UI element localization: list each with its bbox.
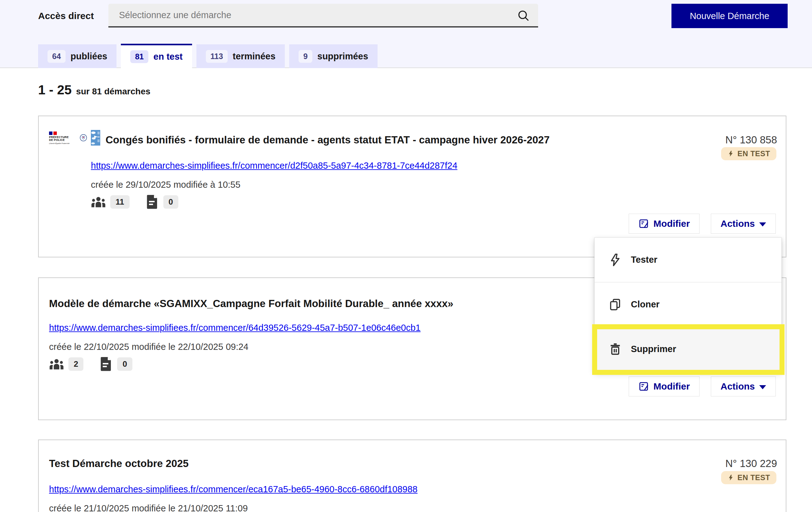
campaign-poster-image [91,130,100,146]
results-range: 1 - 25 [38,83,71,97]
tab-en-test-count: 81 [130,50,148,63]
tab-publiees-count: 64 [48,50,65,63]
crest-logo [80,134,87,142]
demarche-logos: PRÉFECTURE DE POLICE Liberté Égalité Fra… [49,129,100,147]
demarche-counters: 2 0 [49,357,133,371]
demarche-title[interactable]: Test Démarche octobre 2025 [49,458,188,470]
acces-direct-label: Accès direct [38,10,94,21]
actions-button[interactable]: Actions [711,214,776,234]
demarche-url[interactable]: https://www.demarches-simplifiees.fr/com… [91,161,458,171]
modifier-button[interactable]: Modifier [629,376,700,396]
modifier-button[interactable]: Modifier [629,214,700,234]
demarche-dates: créée le 22/10/2025 modifiée le 22/10/20… [49,342,249,352]
trash-icon [608,342,622,356]
demarche-card-1: PRÉFECTURE DE POLICE Liberté Égalité Fra… [38,116,786,257]
menu-item-cloner[interactable]: Cloner [594,282,781,327]
tab-publiees[interactable]: 64 publiées [38,45,116,68]
files-icon [99,357,113,371]
nouvelle-demarche-button[interactable]: Nouvelle Démarche [671,4,788,28]
results-summary: 1 - 25 sur 81 démarches [38,83,150,97]
prefecture-de-police-logo: PRÉFECTURE DE POLICE Liberté Égalité Fra… [49,132,76,144]
demarche-title[interactable]: Modèle de démarche «SGAMIXX_Campagne For… [49,298,454,310]
tab-supprimees[interactable]: 9 supprimées [289,45,378,68]
status-tabs: 64 publiées 81 en test 113 terminées 9 s… [38,44,378,68]
lightning-bolt-icon [608,253,622,267]
demarches-admin-page: Accès direct Nouvelle Démarche 64 publié… [0,0,812,512]
users-icon [49,357,64,371]
copy-icon [608,298,622,311]
tab-terminees[interactable]: 113 terminées [197,45,285,68]
top-bar: Accès direct Nouvelle Démarche 64 publié… [0,0,812,68]
demarche-dates: créée le 21/10/2025 modifiée le 21/10/20… [49,503,248,512]
users-count-badge: 11 [110,195,129,209]
edit-box-icon [638,381,649,392]
files-count-badge: 0 [163,195,178,209]
edit-box-icon [638,218,649,229]
chevron-down-icon [759,222,766,226]
results-total: sur 81 démarches [76,87,150,96]
demarche-card-3: Test Démarche octobre 2025 N° 130 229 EN… [38,439,786,512]
card-buttons: Modifier Actions [629,376,776,396]
search-icon[interactable] [517,9,530,22]
french-flag-icon [49,132,76,135]
status-badge: EN TEST [721,147,776,160]
tab-supprimees-label: supprimées [317,51,368,61]
users-icon [91,195,106,209]
card-buttons: Modifier Actions [629,214,776,234]
status-badge: EN TEST [721,471,776,484]
demarche-url[interactable]: https://www.demarches-simplifiees.fr/com… [49,323,421,333]
files-count-badge: 0 [117,358,132,371]
lightning-bolt-icon [727,474,734,481]
tab-en-test[interactable]: 81 en test [121,44,192,68]
tab-supprimees-count: 9 [298,50,312,63]
users-count-badge: 2 [68,358,83,371]
actions-button[interactable]: Actions [711,376,776,396]
lightning-bolt-icon [727,150,734,157]
tab-en-test-label: en test [153,52,182,62]
chevron-down-icon [759,385,766,389]
demarche-number: N° 130 229 [725,458,777,470]
search-input[interactable] [108,4,538,26]
demarche-search-box[interactable] [108,4,538,28]
tab-publiees-label: publiées [70,51,108,61]
menu-item-supprimer[interactable]: Supprimer [594,326,781,371]
tab-terminees-label: terminées [233,51,276,61]
demarche-counters: 11 0 [91,194,178,209]
demarche-url[interactable]: https://www.demarches-simplifiees.fr/com… [49,484,417,494]
demarche-title[interactable]: Congés bonifiés - formulaire de demande … [106,134,550,146]
menu-item-tester[interactable]: Tester [594,238,781,282]
demarche-number: N° 130 858 [725,134,777,146]
tab-terminees-count: 113 [206,50,228,63]
actions-dropdown-menu: Tester Cloner Supprimer [594,237,782,371]
demarche-dates: créée le 29/10/2025 modifiée à 10:55 [91,180,240,190]
files-icon [145,194,159,209]
